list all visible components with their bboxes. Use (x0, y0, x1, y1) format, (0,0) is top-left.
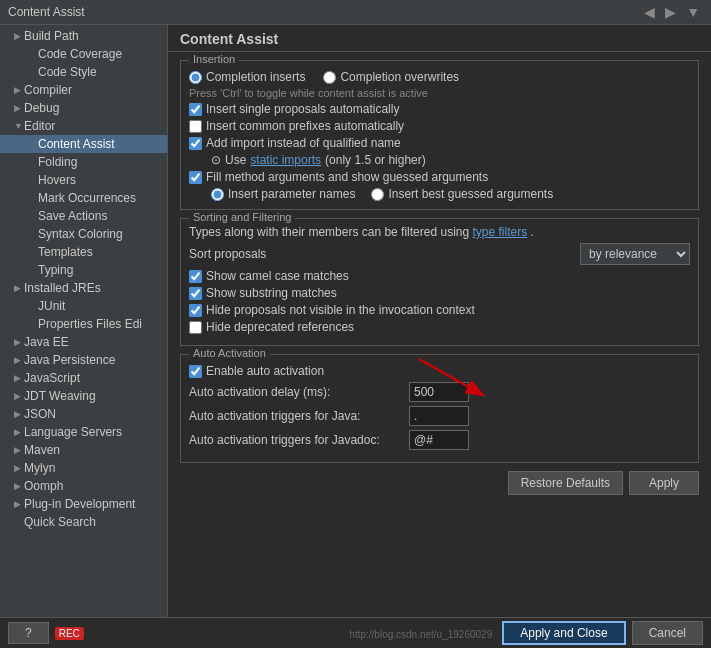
hint-text: Press 'Ctrl' to toggle while content ass… (189, 87, 690, 99)
auto-activation-section-title: Auto Activation (189, 347, 270, 359)
hide-deprecated-row: Hide deprecated references (189, 320, 690, 334)
restore-defaults-button[interactable]: Restore Defaults (508, 471, 623, 495)
static-imports-suffix: (only 1.5 or higher) (325, 153, 426, 167)
hide-not-visible-check[interactable] (189, 304, 202, 317)
forward-button[interactable]: ▶ (662, 4, 679, 20)
sidebar-item-mylyn[interactable]: ▶Mylyn (0, 459, 167, 477)
add-import-check[interactable] (189, 137, 202, 150)
apply-button[interactable]: Apply (629, 471, 699, 495)
title-bar: Content Assist ◀ ▶ ▼ (0, 0, 711, 25)
sidebar-label-properties-files: Properties Files Edi (38, 317, 163, 331)
fill-method-args-label[interactable]: Fill method arguments and show guessed a… (189, 170, 488, 184)
insert-param-names-radio[interactable] (211, 188, 224, 201)
sort-proposals-row: Sort proposals by relevance alphabetical… (189, 243, 690, 265)
sidebar-item-java-ee[interactable]: ▶Java EE (0, 333, 167, 351)
sidebar-label-hovers: Hovers (38, 173, 163, 187)
sidebar-label-installed-jres: Installed JREs (24, 281, 163, 295)
content-area: Content Assist Insertion Completion inse… (168, 25, 711, 617)
common-prefixes-check[interactable] (189, 120, 202, 133)
sidebar-item-hovers[interactable]: Hovers (0, 171, 167, 189)
sidebar-item-content-assist[interactable]: Content Assist (0, 135, 167, 153)
sidebar-label-java-ee: Java EE (24, 335, 163, 349)
insert-best-guessed-label[interactable]: Insert best guessed arguments (371, 187, 553, 201)
sidebar-item-folding[interactable]: Folding (0, 153, 167, 171)
sidebar-label-compiler: Compiler (24, 83, 163, 97)
menu-button[interactable]: ▼ (683, 4, 703, 20)
static-imports-use: Use (225, 153, 246, 167)
sidebar-item-installed-jres[interactable]: ▶Installed JREs (0, 279, 167, 297)
sidebar-item-syntax-coloring[interactable]: Syntax Coloring (0, 225, 167, 243)
sidebar-item-oomph[interactable]: ▶Oomph (0, 477, 167, 495)
sidebar-label-editor: Editor (24, 119, 163, 133)
insert-param-names-label[interactable]: Insert parameter names (211, 187, 355, 201)
substring-check[interactable] (189, 287, 202, 300)
sorting-section-title: Sorting and Filtering (189, 211, 295, 223)
sidebar-item-jdt-weaving[interactable]: ▶JDT Weaving (0, 387, 167, 405)
fill-method-args-check[interactable] (189, 171, 202, 184)
type-filter-row: Types along with their members can be fi… (189, 225, 690, 239)
sidebar-item-junit[interactable]: JUnit (0, 297, 167, 315)
sidebar-item-maven[interactable]: ▶Maven (0, 441, 167, 459)
substring-label[interactable]: Show substring matches (189, 286, 337, 300)
sidebar-item-properties-files[interactable]: Properties Files Edi (0, 315, 167, 333)
help-button[interactable]: ? (8, 622, 49, 644)
sidebar-item-build-path[interactable]: ▶Build Path (0, 27, 167, 45)
sidebar-item-code-style[interactable]: Code Style (0, 63, 167, 81)
apply-and-close-button[interactable]: Apply and Close (502, 621, 625, 645)
sidebar-item-mark-occurrences[interactable]: Mark Occurrences (0, 189, 167, 207)
sort-proposals-select[interactable]: by relevance alphabetically (580, 243, 690, 265)
single-proposals-label[interactable]: Insert single proposals automatically (189, 102, 399, 116)
sidebar-item-typing[interactable]: Typing (0, 261, 167, 279)
sidebar-arrow-editor: ▼ (14, 121, 24, 131)
cancel-button[interactable]: Cancel (632, 621, 703, 645)
sidebar-label-maven: Maven (24, 443, 163, 457)
sidebar-label-javascript: JavaScript (24, 371, 163, 385)
add-import-text: Add import instead of qualified name (206, 136, 401, 150)
sidebar-item-language-servers[interactable]: ▶Language Servers (0, 423, 167, 441)
nav-buttons: ◀ ▶ ▼ (641, 4, 703, 20)
svg-line-1 (419, 359, 481, 394)
hide-deprecated-label[interactable]: Hide deprecated references (189, 320, 354, 334)
sidebar-item-plugin-development[interactable]: ▶Plug-in Development (0, 495, 167, 513)
hide-deprecated-text: Hide deprecated references (206, 320, 354, 334)
insert-best-guessed-radio[interactable] (371, 188, 384, 201)
sidebar-item-compiler[interactable]: ▶Compiler (0, 81, 167, 99)
enable-auto-label[interactable]: Enable auto activation (189, 364, 324, 378)
sidebar-label-typing: Typing (38, 263, 163, 277)
enable-auto-check[interactable] (189, 365, 202, 378)
sidebar-arrow-compiler: ▶ (14, 85, 24, 95)
completion-overwrites-label[interactable]: Completion overwrites (323, 70, 459, 84)
sidebar-item-code-coverage[interactable]: Code Coverage (0, 45, 167, 63)
sidebar-item-java-persistence[interactable]: ▶Java Persistence (0, 351, 167, 369)
sidebar-label-templates: Templates (38, 245, 163, 259)
single-proposals-check[interactable] (189, 103, 202, 116)
javadoc-triggers-input[interactable] (409, 430, 469, 450)
sidebar-label-language-servers: Language Servers (24, 425, 163, 439)
footer-left: ? REC (8, 622, 84, 644)
sidebar-arrow-mylyn: ▶ (14, 463, 24, 473)
hide-deprecated-check[interactable] (189, 321, 202, 334)
common-prefixes-label[interactable]: Insert common prefixes automatically (189, 119, 404, 133)
completion-overwrites-radio[interactable] (323, 71, 336, 84)
sidebar-arrow-plugin-development: ▶ (14, 499, 24, 509)
camel-case-label[interactable]: Show camel case matches (189, 269, 349, 283)
type-filters-link[interactable]: type filters (473, 225, 528, 239)
completion-inserts-radio[interactable] (189, 71, 202, 84)
add-import-label[interactable]: Add import instead of qualified name (189, 136, 401, 150)
sidebar-arrow-java-ee: ▶ (14, 337, 24, 347)
sidebar-item-templates[interactable]: Templates (0, 243, 167, 261)
sidebar-item-debug[interactable]: ▶Debug (0, 99, 167, 117)
sidebar-item-json[interactable]: ▶JSON (0, 405, 167, 423)
camel-case-check[interactable] (189, 270, 202, 283)
sidebar-item-save-actions[interactable]: Save Actions (0, 207, 167, 225)
completion-inserts-label[interactable]: Completion inserts (189, 70, 305, 84)
hide-not-visible-label[interactable]: Hide proposals not visible in the invoca… (189, 303, 475, 317)
sidebar-label-content-assist: Content Assist (38, 137, 163, 151)
java-triggers-input[interactable] (409, 406, 469, 426)
sidebar-item-editor[interactable]: ▼Editor (0, 117, 167, 135)
content-scroll: Insertion Completion inserts Completion … (168, 52, 711, 617)
sidebar-item-quick-search[interactable]: Quick Search (0, 513, 167, 531)
back-button[interactable]: ◀ (641, 4, 658, 20)
sidebar-item-javascript[interactable]: ▶JavaScript (0, 369, 167, 387)
static-imports-link[interactable]: static imports (250, 153, 321, 167)
